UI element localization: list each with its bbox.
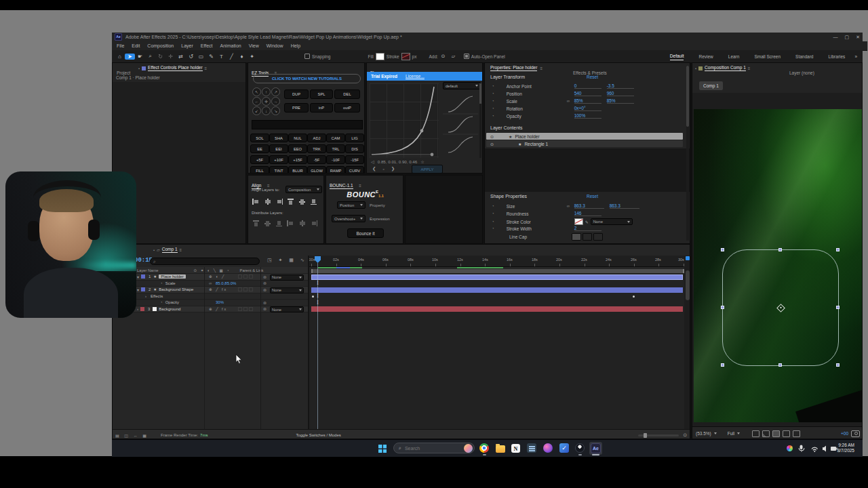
twirl-icon[interactable]: ▾ [137,287,139,292]
scrollbar-thumb[interactable] [686,270,690,300]
ez-m15f-button[interactable]: -15F [345,155,364,164]
switch-cell[interactable] [243,307,248,311]
menu-layer[interactable]: Layer [181,43,193,48]
menu-edit[interactable]: Edit [132,43,140,48]
layer-color-label[interactable] [141,287,145,291]
parent-dropdown-3[interactable]: None [270,306,304,312]
distribute-vcenter-icon[interactable] [264,220,271,226]
column-layer-name[interactable]: Layer Name [137,268,159,272]
ez-eei-button[interactable]: EEI [269,144,288,153]
distribute-left-icon[interactable] [287,220,294,226]
zoom-level-dropdown[interactable]: (53.5%) [696,431,711,436]
ez-dup-button[interactable]: DUP [284,89,309,99]
toggle-switches-button[interactable]: Toggle Switches / Modes [296,433,340,437]
stopwatch-icon[interactable]: ◔ [492,226,494,230]
link-icon[interactable]: ∞ [567,204,574,208]
rotate-tool-icon[interactable]: ⇄ [176,54,186,60]
close-button[interactable]: ✕ [856,35,860,40]
fill-label[interactable]: Fill [368,54,373,59]
timeline-view-options-icons[interactable]: ◳ ✦ ▦ ∿ [267,258,307,263]
keyframe-dot[interactable] [633,296,635,298]
panel-menu-icon[interactable]: ≡ [205,66,208,70]
fill-swatch[interactable] [376,53,384,60]
switch-cell[interactable] [243,287,248,291]
todo-app-icon[interactable]: ✓ [559,443,569,453]
tab-layer[interactable]: Layer (none) [789,70,814,75]
switch-cell[interactable] [243,274,248,279]
ez-tint-button[interactable]: TINT [269,166,288,174]
notes-app-icon[interactable] [527,443,536,453]
parent-dropdown-1[interactable]: None [270,274,304,281]
align-bottom-icon[interactable] [310,199,317,205]
twirl-icon[interactable]: ▾ [137,274,139,279]
ez-p15f-button[interactable]: +15F [288,155,307,164]
contents-item-rectangle[interactable]: Rectangle 1 [524,142,548,146]
ez-glow-button[interactable]: GLOW [307,166,326,174]
pen-tool-icon[interactable]: ✎ [206,54,216,60]
ez-anchor-tl[interactable]: ↖ [252,87,261,96]
line-cap-round-button[interactable] [583,233,592,241]
ez-dis-button[interactable]: DIS [345,144,364,153]
workspace-default[interactable]: Default [670,52,684,60]
stroke-label[interactable]: Stroke [387,54,399,59]
brush-tool-icon[interactable]: ╱ [226,54,237,60]
ez-anchor-c[interactable]: ✛ [262,97,271,106]
guides-icon[interactable] [783,430,790,437]
ez-ramp-button[interactable]: RAMP [326,166,345,174]
ez-lig-button[interactable]: LIG [345,134,364,142]
ez-sol-button[interactable]: SOL [250,134,269,142]
menu-window[interactable]: Window [267,43,283,48]
scale-x-value[interactable]: 85% [574,98,601,104]
comp-menu-icon[interactable]: ≡ [748,66,751,70]
flow-audio-icon[interactable]: ◁ [371,159,374,164]
shape-handle-r[interactable] [836,306,840,309]
pick-whip-icon[interactable]: ⊚ [263,300,267,305]
ez-eeo-button[interactable]: EEO [288,144,307,153]
switch-cell[interactable] [238,287,242,291]
flow-favorite-icon[interactable]: ☆ [420,159,425,164]
ez-inp-button[interactable]: inP [310,103,333,113]
hand-tool-icon[interactable]: ☛ [135,54,145,60]
workspace-learn[interactable]: Learn [728,53,740,60]
layer-row-3[interactable]: › 3 Background ⊕ ╱ fx ⊚ None [113,306,309,313]
workspace-more[interactable]: » [854,53,857,60]
pan-tool-icon[interactable]: ✛ [165,54,176,60]
bounce-it-button[interactable]: Bounce it [347,228,384,238]
switch-cell[interactable] [249,274,253,279]
flow-apply-button[interactable]: APPLY [412,165,443,174]
timeline-options-icon[interactable]: ⊙ [683,432,687,438]
scale-y-value[interactable]: 85% [607,98,634,104]
flow-scrollbar[interactable] [479,83,481,158]
file-explorer-icon[interactable] [496,445,505,453]
comp-breadcrumb-chip[interactable]: Comp 1 [699,81,723,90]
layer-bar-1[interactable] [311,274,683,280]
widgets-thumbnail[interactable] [464,444,473,453]
ez-adj-button[interactable]: ADJ [307,134,326,142]
stopwatch-icon[interactable]: ◔ [492,84,494,88]
ez-pre-button[interactable]: PRE [284,103,309,113]
property-row-scale[interactable]: ◔ Scale ∞ 85.0,85.0% ⊚ [113,281,309,287]
menu-effect[interactable]: Effect [201,43,213,48]
shape-handle-br[interactable] [836,363,840,367]
pick-whip-icon[interactable]: ⊚ [263,287,267,292]
stroke-color-dropdown[interactable]: None [591,218,633,225]
ez-sha-button[interactable]: SHA [269,134,288,142]
layer-switches[interactable]: ⊕ ╱ fx [209,307,227,311]
add-folder-icon[interactable]: ▱ [448,54,458,59]
eye-icon[interactable]: ⊙ [490,134,494,139]
stopwatch-icon[interactable]: ◔ [492,99,494,103]
bounce-expression-dropdown[interactable]: Overshoot+ [332,215,366,222]
rotation-value[interactable]: 0x+0° [574,106,601,111]
size-y-value[interactable]: 863.3 [610,203,639,209]
properties-scrollbar[interactable] [686,66,689,241]
position-y-value[interactable]: 960 [607,91,634,96]
ez-anchor-l[interactable]: ← [252,97,261,106]
exposure-value[interactable]: +00 [841,431,848,436]
align-vcenter-icon[interactable] [298,199,306,205]
line-cap-butt-button[interactable] [572,233,581,241]
tray-time[interactable]: 9:26 AM [837,443,854,448]
line-cap-square-button[interactable] [593,233,603,241]
menu-help[interactable]: Help [291,43,300,48]
shape-handle-t[interactable] [778,248,782,251]
shape-handle-b[interactable] [778,363,782,367]
